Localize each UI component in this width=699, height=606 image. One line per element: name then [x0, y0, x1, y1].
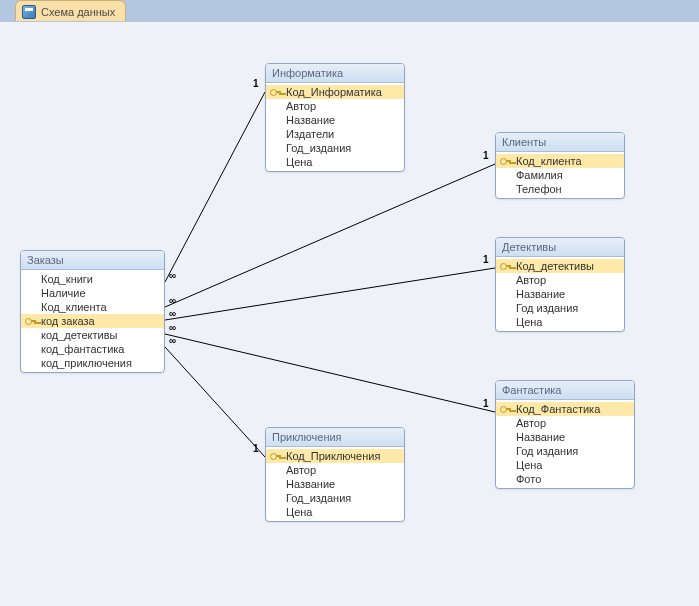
cardinality-many: ∞: [169, 335, 176, 346]
field-row[interactable]: Год_издания: [266, 141, 404, 155]
key-slot-empty: [270, 156, 282, 168]
field-name: Цена: [286, 506, 312, 518]
field-row[interactable]: Телефон: [496, 182, 624, 196]
field-row[interactable]: Название: [496, 430, 634, 444]
field-name: Цена: [516, 316, 542, 328]
field-name: Название: [286, 114, 335, 126]
field-name: Цена: [516, 459, 542, 471]
field-row[interactable]: Автор: [266, 463, 404, 477]
field-name: Фамилия: [516, 169, 563, 181]
field-row[interactable]: Код_детективы: [496, 259, 624, 273]
key-slot-empty: [500, 459, 512, 471]
key-slot-empty: [25, 301, 37, 313]
table-header[interactable]: Заказы: [21, 251, 164, 270]
field-row[interactable]: Фото: [496, 472, 634, 486]
field-name: Код_клиента: [41, 301, 107, 313]
field-row[interactable]: Цена: [496, 458, 634, 472]
key-slot-empty: [500, 473, 512, 485]
field-row[interactable]: Автор: [266, 99, 404, 113]
field-row[interactable]: Автор: [496, 273, 624, 287]
field-row[interactable]: код_приключения: [21, 356, 164, 370]
field-name: Название: [286, 478, 335, 490]
key-slot-empty: [25, 343, 37, 355]
field-row[interactable]: Наличие: [21, 286, 164, 300]
primary-key-icon: [270, 450, 282, 462]
key-slot-empty: [500, 316, 512, 328]
field-name: Год издания: [516, 445, 578, 457]
primary-key-icon: [500, 260, 512, 272]
cardinality-one: 1: [253, 78, 259, 89]
svg-line-4: [165, 347, 265, 457]
field-name: код_фантастика: [41, 343, 124, 355]
field-row[interactable]: Код_Приключения: [266, 449, 404, 463]
key-slot-empty: [25, 287, 37, 299]
schema-tab[interactable]: Схема данных: [15, 0, 126, 22]
table-body: Код_книгиНаличиеКод_клиентакод заказакод…: [21, 270, 164, 372]
field-row[interactable]: Название: [266, 477, 404, 491]
cardinality-many: ∞: [169, 295, 176, 306]
field-row[interactable]: Год_издания: [266, 491, 404, 505]
key-slot-empty: [500, 302, 512, 314]
field-name: Наличие: [41, 287, 86, 299]
table-header[interactable]: Приключения: [266, 428, 404, 447]
field-row[interactable]: Издатели: [266, 127, 404, 141]
key-slot-empty: [270, 128, 282, 140]
field-row[interactable]: Фамилия: [496, 168, 624, 182]
table-t6[interactable]: ПриключенияКод_ПриключенияАвторНазваниеГ…: [265, 427, 405, 522]
field-name: Фото: [516, 473, 541, 485]
field-row[interactable]: Код_Фантастика: [496, 402, 634, 416]
table-body: Код_ФантастикаАвторНазваниеГод изданияЦе…: [496, 400, 634, 488]
key-slot-empty: [25, 329, 37, 341]
field-row[interactable]: Автор: [496, 416, 634, 430]
key-slot-empty: [270, 506, 282, 518]
field-row[interactable]: код_детективы: [21, 328, 164, 342]
field-name: Название: [516, 288, 565, 300]
field-row[interactable]: Название: [266, 113, 404, 127]
field-row[interactable]: код_фантастика: [21, 342, 164, 356]
table-header[interactable]: Детективы: [496, 238, 624, 257]
field-name: Автор: [516, 417, 546, 429]
field-name: код заказа: [41, 315, 95, 327]
field-name: Год издания: [516, 302, 578, 314]
relationships-icon: [22, 5, 36, 19]
table-header[interactable]: Фантастика: [496, 381, 634, 400]
cardinality-one: 1: [483, 150, 489, 161]
field-row[interactable]: Код_Информатика: [266, 85, 404, 99]
primary-key-icon: [500, 155, 512, 167]
field-row[interactable]: Код_книги: [21, 272, 164, 286]
table-t2[interactable]: КлиентыКод_клиентаФамилияТелефон: [495, 132, 625, 199]
table-header[interactable]: Клиенты: [496, 133, 624, 152]
field-row[interactable]: Год издания: [496, 301, 624, 315]
key-slot-empty: [270, 492, 282, 504]
field-name: Автор: [286, 464, 316, 476]
field-row[interactable]: Год издания: [496, 444, 634, 458]
field-row[interactable]: Название: [496, 287, 624, 301]
table-body: Код_ПриключенияАвторНазваниеГод_изданияЦ…: [266, 447, 404, 521]
table-t5[interactable]: ЗаказыКод_книгиНаличиеКод_клиентакод зак…: [20, 250, 165, 373]
field-row[interactable]: Цена: [496, 315, 624, 329]
field-row[interactable]: код заказа: [21, 314, 164, 328]
field-name: код_приключения: [41, 357, 132, 369]
primary-key-icon: [500, 403, 512, 415]
field-row[interactable]: Код_клиента: [21, 300, 164, 314]
svg-line-3: [165, 334, 495, 412]
field-name: Код_Фантастика: [516, 403, 600, 415]
field-name: Код_Информатика: [286, 86, 382, 98]
field-name: Код_клиента: [516, 155, 582, 167]
cardinality-many: ∞: [169, 308, 176, 319]
key-slot-empty: [270, 464, 282, 476]
key-slot-empty: [500, 417, 512, 429]
diagram-canvas[interactable]: ∞1∞1∞1∞1∞1 ИнформатикаКод_ИнформатикаАвт…: [0, 21, 699, 606]
field-row[interactable]: Код_клиента: [496, 154, 624, 168]
table-t1[interactable]: ИнформатикаКод_ИнформатикаАвторНазваниеИ…: [265, 63, 405, 172]
table-t4[interactable]: ФантастикаКод_ФантастикаАвторНазваниеГод…: [495, 380, 635, 489]
table-header[interactable]: Информатика: [266, 64, 404, 83]
key-slot-empty: [500, 431, 512, 443]
cardinality-one: 1: [483, 398, 489, 409]
field-row[interactable]: Цена: [266, 505, 404, 519]
table-t3[interactable]: ДетективыКод_детективыАвторНазваниеГод и…: [495, 237, 625, 332]
field-row[interactable]: Цена: [266, 155, 404, 169]
field-name: Издатели: [286, 128, 334, 140]
key-slot-empty: [25, 357, 37, 369]
cardinality-many: ∞: [169, 270, 176, 281]
